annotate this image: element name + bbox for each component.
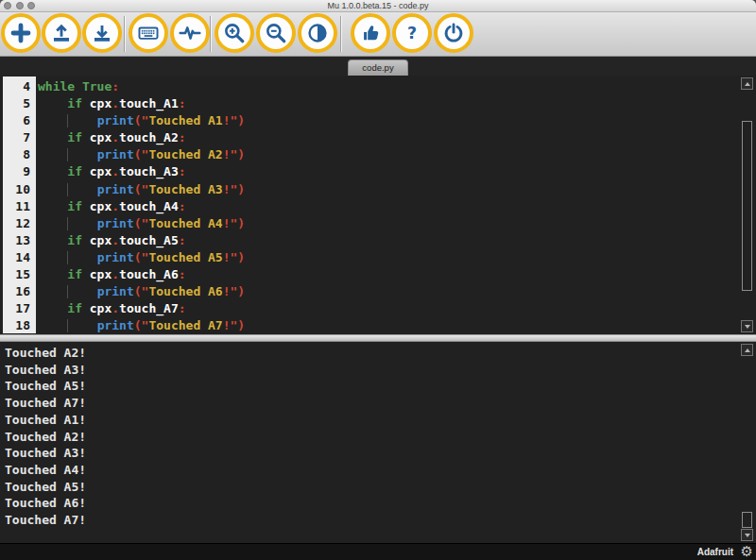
contrast-icon (305, 21, 330, 45)
code-editor[interactable]: 456789101112131415161718 while True: if … (0, 76, 756, 334)
mode-label: Adafruit (697, 544, 733, 560)
theme-button[interactable] (298, 13, 337, 53)
repl-button[interactable] (129, 13, 168, 53)
pulse-icon (178, 21, 202, 45)
check-button[interactable] (351, 13, 390, 53)
line-number: 11 (3, 198, 36, 215)
code-line: if cpx.touch_A3: (38, 163, 737, 180)
indent-guide (67, 148, 68, 161)
toolbar-group-separator (124, 16, 125, 52)
download-tray-icon (90, 21, 114, 45)
indent-guide (67, 217, 68, 230)
serial-output-line: Touched A3! (5, 445, 756, 462)
help-button[interactable]: ? (392, 13, 432, 53)
editor-scrollbar (741, 77, 753, 332)
editor-scrollbar-thumb[interactable] (742, 121, 752, 291)
load-button[interactable] (42, 13, 81, 53)
serial-output-line: Touched A2! (5, 429, 756, 446)
save-button[interactable] (82, 13, 122, 53)
serial-output-line: Touched A2! (5, 345, 756, 362)
magnifier-minus-icon (264, 21, 288, 45)
code-line: print("Touched A6!") (38, 283, 737, 300)
indent-guide (67, 183, 68, 196)
magnifier-plus-icon (222, 21, 247, 45)
indent-guide (67, 319, 68, 332)
code-line: while True: (38, 78, 737, 95)
plotter-button[interactable] (170, 13, 210, 53)
code-line: if cpx.touch_A1: (38, 95, 737, 112)
code-line: if cpx.touch_A4: (38, 198, 737, 215)
code-line: print("Touched A4!") (38, 215, 737, 232)
serial-output-line: Touched A5! (5, 479, 756, 496)
line-number: 9 (3, 163, 36, 180)
line-number: 8 (3, 146, 36, 163)
code-line: if cpx.touch_A2: (38, 129, 737, 146)
line-number-margin: 456789101112131415161718 (3, 76, 36, 333)
code-text-area[interactable]: while True: if cpx.touch_A1: print("Touc… (38, 76, 737, 334)
plus-icon (9, 21, 33, 45)
quit-button[interactable] (434, 13, 473, 53)
scroll-down-arrow-icon[interactable] (741, 320, 753, 332)
code-line: print("Touched A7!") (38, 317, 737, 334)
line-number: 5 (3, 95, 36, 112)
zoom-out-button[interactable] (256, 13, 296, 53)
serial-output-line: Touched A1! (5, 412, 756, 429)
code-line: print("Touched A3!") (38, 181, 737, 198)
line-number: 14 (3, 249, 36, 266)
indent-guide (67, 285, 68, 298)
question-icon: ? (400, 21, 424, 45)
zoom-in-button[interactable] (215, 13, 254, 53)
new-button[interactable] (1, 13, 41, 53)
repl-scrollbar-thumb[interactable] (742, 512, 752, 528)
serial-output-line: Touched A7! (5, 395, 756, 412)
toolbar-group-separator (210, 16, 211, 52)
serial-output-line: Touched A5! (5, 378, 756, 395)
line-number: 15 (3, 266, 36, 283)
indent-guide (67, 114, 68, 127)
serial-output-line: Touched A4! (5, 462, 756, 479)
svg-text:?: ? (407, 24, 417, 42)
scroll-up-arrow-icon[interactable] (741, 77, 753, 90)
title-bar: Mu 1.0.0.beta.15 - code.py (0, 0, 756, 12)
serial-output-line: Touched A6! (5, 495, 756, 512)
power-icon (441, 21, 466, 45)
line-number: 6 (3, 112, 36, 129)
code-line: print("Touched A2!") (38, 146, 737, 163)
serial-output-line: Touched A3! (5, 362, 756, 379)
line-number: 4 (3, 78, 36, 95)
upload-tray-icon (49, 21, 74, 45)
line-number: 10 (3, 181, 36, 198)
line-number: 7 (3, 129, 36, 146)
status-bar: Adafruit ⚙ (0, 543, 756, 560)
toolbar: ? (0, 12, 756, 57)
code-line: print("Touched A1!") (38, 112, 737, 129)
thumbs-up-icon (358, 21, 383, 45)
tab-code-py[interactable]: code.py (348, 59, 408, 76)
mu-editor-window: Mu 1.0.0.beta.15 - code.py ? code.py 456… (0, 0, 756, 560)
code-line: if cpx.touch_A6: (38, 266, 737, 283)
line-number: 18 (3, 317, 36, 334)
keyboard-icon (136, 21, 161, 45)
serial-output-pane[interactable]: Touched A2!Touched A3!Touched A5!Touched… (0, 342, 756, 543)
scroll-down-arrow-icon[interactable] (741, 529, 753, 541)
gear-icon[interactable]: ⚙ (741, 544, 753, 560)
code-line: if cpx.touch_A5: (38, 232, 737, 249)
tab-bar: code.py (0, 57, 756, 76)
window-title: Mu 1.0.0.beta.15 - code.py (0, 0, 756, 12)
code-line: if cpx.touch_A7: (38, 300, 737, 317)
line-number: 17 (3, 300, 36, 317)
toolbar-group-separator (340, 16, 341, 52)
code-line: print("Touched A5!") (38, 249, 737, 266)
line-number: 12 (3, 215, 36, 232)
indent-guide (67, 251, 68, 264)
repl-scrollbar (741, 344, 753, 541)
pane-splitter-handle[interactable] (0, 334, 756, 342)
line-number: 13 (3, 232, 36, 249)
scroll-up-arrow-icon[interactable] (741, 344, 753, 356)
line-number: 16 (3, 283, 36, 300)
serial-output-line: Touched A7! (5, 512, 756, 529)
